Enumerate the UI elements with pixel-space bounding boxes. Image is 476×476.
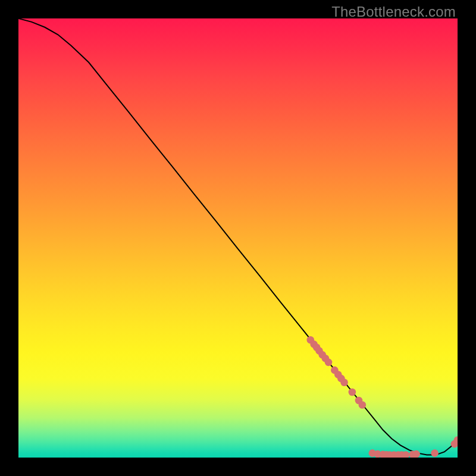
data-marker xyxy=(340,379,348,387)
data-marker xyxy=(359,401,367,409)
chart-overlay xyxy=(18,18,458,458)
data-marker xyxy=(349,389,356,396)
bottleneck-curve xyxy=(18,18,458,455)
data-marker xyxy=(431,449,439,457)
data-markers xyxy=(306,336,458,458)
data-marker xyxy=(325,359,333,367)
watermark-text: TheBottleneck.com xyxy=(331,4,456,20)
chart-frame: TheBottleneck.com xyxy=(0,0,476,476)
data-marker xyxy=(412,450,420,458)
